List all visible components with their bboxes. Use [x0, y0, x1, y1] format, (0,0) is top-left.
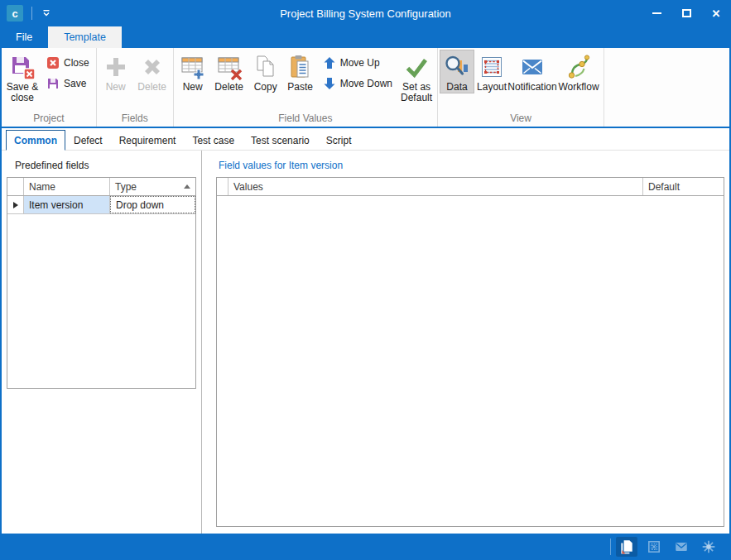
view-workflow-label: Workflow: [558, 82, 599, 93]
field-values-title: Field values for Item version: [219, 160, 343, 171]
layout-view-icon: [479, 54, 505, 80]
layout-icon: [647, 539, 661, 554]
table-delete-icon: [216, 54, 243, 80]
tab-common[interactable]: Common: [6, 130, 65, 151]
tab-requirement[interactable]: Requirement: [111, 130, 185, 151]
tab-script[interactable]: Script: [318, 130, 360, 151]
sort-ascending-icon: [184, 184, 190, 189]
new-field-label: New: [106, 82, 126, 93]
statusbar-workflow-button[interactable]: [698, 537, 719, 557]
document-tab-strip: Common Defect Requirement Test case Test…: [2, 128, 729, 151]
column-header-type-label: Type: [115, 181, 137, 193]
predefined-fields-panel: Predefined fields Name Type Item version: [2, 151, 202, 534]
tab-defect[interactable]: Defect: [65, 130, 111, 151]
paste-button[interactable]: Paste: [283, 50, 318, 93]
titlebar-separator: [31, 7, 32, 20]
move-down-label: Move Down: [340, 78, 392, 89]
ribbon-tab-template[interactable]: Template: [48, 26, 122, 48]
set-as-default-button[interactable]: Set as Default: [397, 50, 435, 104]
save-icon: [46, 77, 60, 90]
paste-label: Paste: [287, 82, 313, 93]
row-indicator-header: [7, 178, 24, 195]
minimize-icon: [652, 12, 661, 14]
move-up-button[interactable]: Move Up: [318, 54, 397, 72]
group-caption-view: View: [440, 112, 602, 127]
tab-page-common: Predefined fields Name Type Item version: [2, 151, 729, 534]
app-window: c Project Billing System Configuration ✕…: [0, 0, 731, 560]
delete-field-button[interactable]: Delete: [133, 50, 171, 93]
ribbon-group-fields: New Delete Fields: [97, 48, 174, 127]
group-caption-field-values: Field Values: [176, 112, 435, 127]
maximize-button[interactable]: [671, 0, 701, 26]
ribbon-tab-row: File Template: [0, 26, 731, 48]
copy-icon: [252, 54, 279, 80]
ribbon-group-field-values: New Delete: [174, 48, 438, 127]
data-pages-icon: [619, 539, 634, 554]
row-indicator-header: [217, 178, 228, 195]
delete-value-label: Delete: [214, 82, 243, 93]
statusbar-data-button[interactable]: [616, 537, 637, 557]
field-values-panel: Field values for Item version Values Def…: [215, 151, 729, 534]
view-layout-label: Layout: [477, 82, 507, 93]
save-and-close-label: Save & close: [4, 82, 41, 103]
view-data-button[interactable]: Data: [440, 50, 474, 93]
close-project-button[interactable]: Close: [41, 54, 94, 72]
predefined-fields-title: Predefined fields: [15, 160, 89, 171]
save-button[interactable]: Save: [41, 74, 94, 93]
set-as-default-label: Set as Default: [398, 82, 435, 103]
delete-field-label: Delete: [137, 82, 166, 93]
row-indicator-cell: [7, 196, 24, 213]
cell-name[interactable]: Item version: [24, 196, 110, 213]
new-field-button[interactable]: New: [99, 50, 133, 93]
table-new-icon: [180, 54, 206, 80]
ribbon-tab-file[interactable]: File: [0, 26, 48, 48]
view-notification-label: Notification: [507, 82, 556, 93]
quick-access-chevron-icon[interactable]: [41, 7, 52, 19]
save-and-close-button[interactable]: Save & close: [3, 50, 41, 104]
copy-button[interactable]: Copy: [248, 50, 283, 93]
notification-view-icon: [519, 54, 546, 80]
close-red-icon: [46, 56, 60, 69]
row-focus-arrow-icon: [13, 202, 18, 208]
save-label: Save: [64, 78, 86, 89]
group-caption-fields: Fields: [99, 112, 171, 127]
close-window-button[interactable]: ✕: [701, 0, 731, 26]
notification-icon: [674, 539, 689, 554]
grid-header-row: Name Type: [7, 178, 195, 196]
column-header-name[interactable]: Name: [24, 178, 110, 195]
title-bar: c Project Billing System Configuration ✕: [0, 0, 731, 26]
delete-value-button[interactable]: Delete: [210, 50, 248, 93]
view-data-label: Data: [446, 82, 467, 93]
field-values-grid: Values Default: [216, 177, 724, 527]
view-notification-button[interactable]: Notification: [509, 50, 555, 93]
statusbar-layout-button[interactable]: [643, 537, 665, 557]
cell-type[interactable]: Drop down: [110, 196, 195, 213]
tab-test-scenario[interactable]: Test scenario: [243, 130, 318, 151]
save-close-icon: [9, 54, 36, 80]
move-down-icon: [323, 77, 336, 90]
move-down-button[interactable]: Move Down: [318, 74, 397, 93]
paste-icon: [287, 54, 314, 80]
group-caption-project: Project: [3, 112, 94, 127]
x-disabled-icon: [139, 54, 166, 80]
minimize-button[interactable]: [642, 0, 671, 26]
statusbar-notification-button[interactable]: [671, 537, 692, 557]
plus-disabled-icon: [103, 54, 129, 80]
ribbon-group-project: Save & close Close: [2, 48, 97, 127]
column-header-default[interactable]: Default: [643, 178, 724, 195]
grid-header-row: Values Default: [217, 178, 724, 196]
tab-test-case[interactable]: Test case: [184, 130, 243, 151]
ribbon-group-view: Data Layout: [438, 48, 604, 127]
copy-label: Copy: [254, 82, 277, 93]
column-header-values[interactable]: Values: [228, 178, 643, 195]
column-header-type[interactable]: Type: [110, 178, 195, 195]
new-value-label: New: [183, 82, 203, 93]
new-value-button[interactable]: New: [176, 50, 210, 93]
predefined-fields-grid: Name Type Item version Drop down: [7, 177, 196, 389]
table-row: Item version Drop down: [7, 196, 195, 214]
workflow-icon: [701, 539, 716, 554]
view-workflow-button[interactable]: Workflow: [555, 50, 602, 93]
view-layout-button[interactable]: Layout: [474, 50, 509, 93]
app-icon[interactable]: c: [7, 5, 23, 22]
move-up-icon: [323, 56, 336, 69]
